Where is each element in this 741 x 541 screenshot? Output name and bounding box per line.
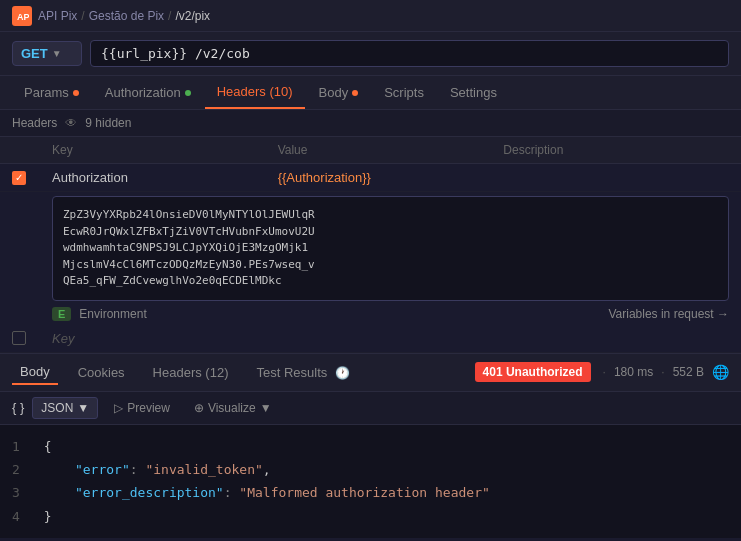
response-size: 552 B [673, 365, 704, 379]
app-logo: AP [12, 6, 32, 26]
preview-label: Preview [127, 401, 170, 415]
table-row: ✓ Authorization {{Authorization}} [0, 164, 741, 192]
token-popup: ZpZ3VyYXRpb24lOnsieDV0lMyNTYlOlJEWUlqREc… [52, 196, 729, 301]
col-check [12, 143, 52, 157]
tab-scripts[interactable]: Scripts [372, 77, 436, 108]
line-number: 2 [12, 462, 20, 477]
method-label: GET [21, 46, 48, 61]
clock-icon: 🕐 [335, 366, 350, 380]
json-line-1: 1 { [12, 435, 729, 458]
tab-settings-label: Settings [450, 85, 497, 100]
response-tab-headers[interactable]: Headers (12) [145, 361, 237, 384]
curly-brace-icon: { } [12, 400, 24, 415]
vars-in-request-link[interactable]: Variables in request → [608, 307, 729, 321]
token-text: ZpZ3VyYXRpb24lOnsieDV0lMyNTYlOlJEWUlqREc… [63, 208, 315, 287]
topbar: AP API Pix / Gestão de Pix / /v2/pix [0, 0, 741, 32]
tab-bar: Params Authorization Headers (10) Body S… [0, 76, 741, 110]
visualize-chevron-icon: ▼ [260, 401, 272, 415]
breadcrumb-sep2: / [168, 9, 171, 23]
env-badge: E [52, 307, 71, 321]
tab-scripts-label: Scripts [384, 85, 424, 100]
tab-params-label: Params [24, 85, 69, 100]
chevron-down-icon: ▼ [52, 48, 62, 59]
line-number: 3 [12, 485, 20, 500]
url-bar: GET ▼ {{url_pix}} /v2/cob [0, 32, 741, 76]
breadcrumb-sep1: / [81, 9, 84, 23]
format-select[interactable]: JSON ▼ [32, 397, 98, 419]
json-open-brace: { [44, 439, 52, 454]
col-description: Description [503, 143, 729, 157]
response-time: 180 ms [614, 365, 653, 379]
table-row-empty: Key [0, 325, 741, 353]
body-dot [352, 90, 358, 96]
format-chevron-icon: ▼ [77, 401, 89, 415]
eye-icon[interactable]: 👁 [65, 116, 77, 130]
json-value-error: "invalid_token" [145, 462, 262, 477]
tab-body[interactable]: Body [307, 77, 371, 108]
json-key-error: "error" [75, 462, 130, 477]
row-key-placeholder[interactable]: Key [52, 331, 278, 346]
env-label: Environment [79, 307, 146, 321]
token-env-bar: E Environment Variables in request → [52, 307, 729, 321]
preview-button[interactable]: ▷ Preview [106, 398, 178, 418]
visualize-label: Visualize [208, 401, 256, 415]
visualize-icon: ⊕ [194, 401, 204, 415]
visualize-button[interactable]: ⊕ Visualize ▼ [186, 398, 280, 418]
json-value-error-desc: "Malformed authorization header" [239, 485, 489, 500]
tab-body-label: Body [319, 85, 349, 100]
tab-settings[interactable]: Settings [438, 77, 509, 108]
json-key-error-desc: "error_description" [75, 485, 224, 500]
authorization-dot [185, 90, 191, 96]
json-close-brace: } [44, 509, 52, 524]
response-tab-cookies[interactable]: Cookies [70, 361, 133, 384]
row-value[interactable]: {{Authorization}} [278, 170, 504, 185]
response-bar: Body Cookies Headers (12) Test Results 🕐… [0, 353, 741, 392]
breadcrumb-part1[interactable]: API Pix [38, 9, 77, 23]
svg-text:AP: AP [17, 12, 29, 22]
response-tab-cookies-label: Cookies [78, 365, 125, 380]
tab-authorization[interactable]: Authorization [93, 77, 203, 108]
line-number: 1 [12, 439, 20, 454]
row-checkbox[interactable]: ✓ [12, 171, 26, 185]
method-select[interactable]: GET ▼ [12, 41, 82, 66]
tab-params[interactable]: Params [12, 77, 91, 108]
response-tab-body[interactable]: Body [12, 360, 58, 385]
status-badge: 401 Unauthorized [475, 362, 591, 382]
url-input[interactable]: {{url_pix}} /v2/cob [90, 40, 729, 67]
response-tab-testresults-label: Test Results [256, 365, 327, 380]
breadcrumb-current: /v2/pix [175, 9, 210, 23]
tab-headers-label: Headers (10) [217, 84, 293, 99]
tab-headers[interactable]: Headers (10) [205, 76, 305, 109]
table-header: Key Value Description [0, 137, 741, 164]
format-bar: { } JSON ▼ ▷ Preview ⊕ Visualize ▼ [0, 392, 741, 425]
params-dot [73, 90, 79, 96]
tab-authorization-label: Authorization [105, 85, 181, 100]
col-value: Value [278, 143, 504, 157]
globe-icon[interactable]: 🌐 [712, 364, 729, 380]
headers-label: Headers [12, 116, 57, 130]
breadcrumb-part2[interactable]: Gestão de Pix [89, 9, 164, 23]
headers-section: Headers 👁 9 hidden [0, 110, 741, 137]
hidden-count: 9 hidden [85, 116, 131, 130]
response-meta: · 180 ms · 552 B 🌐 [603, 364, 729, 380]
json-response: 1 { 2 "error": "invalid_token", 3 "error… [0, 425, 741, 539]
format-label: JSON [41, 401, 73, 415]
breadcrumb: API Pix / Gestão de Pix / /v2/pix [38, 9, 210, 23]
response-tab-testresults[interactable]: Test Results 🕐 [248, 361, 357, 384]
col-key: Key [52, 143, 278, 157]
json-line-4: 4 } [12, 505, 729, 528]
url-text: {{url_pix}} /v2/cob [101, 46, 250, 61]
response-tab-body-label: Body [20, 364, 50, 379]
row-checkbox-empty[interactable] [12, 331, 26, 345]
play-icon: ▷ [114, 401, 123, 415]
response-tab-headers-label: Headers (12) [153, 365, 229, 380]
vars-link-label: Variables in request → [608, 307, 729, 321]
json-line-2: 2 "error": "invalid_token", [12, 458, 729, 481]
json-line-3: 3 "error_description": "Malformed author… [12, 481, 729, 504]
row-key: Authorization [52, 170, 278, 185]
line-number: 4 [12, 509, 20, 524]
